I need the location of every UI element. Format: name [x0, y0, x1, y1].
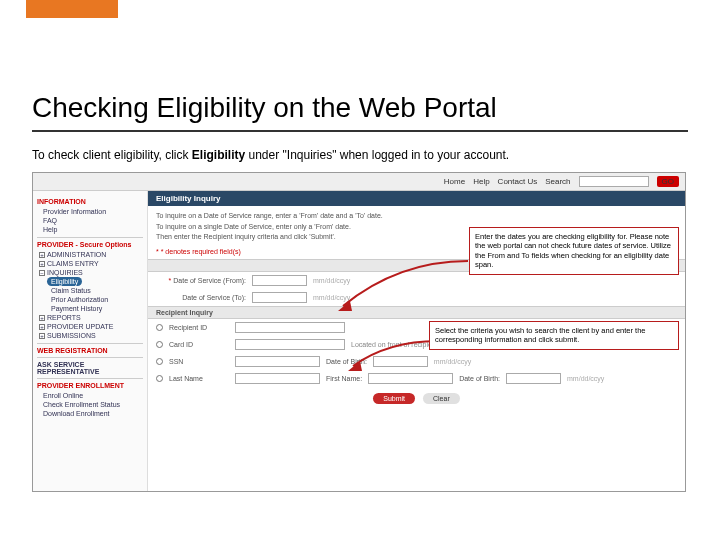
- tree-eligibility[interactable]: Eligibility: [37, 277, 143, 286]
- panel-title: Eligibility Inquiry: [148, 191, 685, 206]
- tree-claims[interactable]: +CLAIMS ENTRY: [37, 259, 143, 268]
- tree-admin[interactable]: +ADMINISTRATION: [37, 250, 143, 259]
- desc-pre: To check client eligibility, click: [32, 148, 192, 162]
- tree-claim-status[interactable]: Claim Status: [37, 286, 143, 295]
- nav-contact[interactable]: Contact Us: [498, 177, 538, 186]
- instr-line: To inquire on a Date of Service range, e…: [156, 211, 677, 222]
- button-row: Submit Clear: [148, 387, 685, 410]
- submit-button[interactable]: Submit: [373, 393, 415, 404]
- main-panel: Eligibility Inquiry To inquire on a Date…: [148, 191, 685, 491]
- radio-card-id[interactable]: [156, 341, 163, 348]
- firstname-input[interactable]: [368, 373, 453, 384]
- instruction-text: To check client eligibility, click Eligi…: [32, 148, 688, 162]
- dos-from-input[interactable]: [252, 275, 307, 286]
- sidebar-item[interactable]: Provider Information: [37, 207, 143, 216]
- desc-bold: Eligibility: [192, 148, 245, 162]
- sidebar-item[interactable]: Download Enrollment: [37, 409, 143, 418]
- nav-help[interactable]: Help: [473, 177, 489, 186]
- svg-marker-1: [348, 361, 362, 371]
- card-id-input[interactable]: [235, 339, 345, 350]
- accent-bar: [26, 0, 118, 18]
- dob-input2[interactable]: [506, 373, 561, 384]
- search-input[interactable]: [579, 176, 649, 187]
- lastname-input[interactable]: [235, 373, 320, 384]
- screenshot-embed: Home Help Contact Us Search GO INFORMATI…: [32, 172, 686, 492]
- nav-search-label: Search: [545, 177, 570, 186]
- radio-recipient-id[interactable]: [156, 324, 163, 331]
- clear-button[interactable]: Clear: [423, 393, 460, 404]
- callout-criteria: Select the criteria you wish to search t…: [429, 321, 679, 350]
- tree-reports[interactable]: +REPORTS: [37, 313, 143, 322]
- tree-submissions[interactable]: +SUBMISSIONS: [37, 331, 143, 340]
- arrow-icon: [338, 261, 468, 312]
- sidebar: INFORMATION Provider Information FAQ Hel…: [33, 191, 148, 491]
- placeholder-hint: mm/dd/ccyy: [567, 375, 604, 382]
- sidebar-item[interactable]: Check Enrollment Status: [37, 400, 143, 409]
- firstname-label: First Name:: [326, 375, 362, 382]
- row-lastname: Last Name First Name: Date of Birth: mm/…: [148, 370, 685, 387]
- dob-label2: Date of Birth:: [459, 375, 500, 382]
- tree-prior-auth[interactable]: Prior Authorization: [37, 295, 143, 304]
- sidebar-head-ask[interactable]: ASK SERVICE REPRESENTATIVE: [37, 361, 143, 375]
- sidebar-head-enroll: PROVIDER ENROLLMENT: [37, 382, 143, 389]
- ssn-input[interactable]: [235, 356, 320, 367]
- placeholder-hint: mm/dd/ccyy: [434, 358, 471, 365]
- callout-dates: Enter the dates you are checking eligibi…: [469, 227, 679, 275]
- radio-ssn[interactable]: [156, 358, 163, 365]
- recipient-id-input[interactable]: [235, 322, 345, 333]
- go-button[interactable]: GO: [657, 176, 679, 187]
- radio-lastname[interactable]: [156, 375, 163, 382]
- tree-provider-update[interactable]: +PROVIDER UPDATE: [37, 322, 143, 331]
- sidebar-item[interactable]: Enroll Online: [37, 391, 143, 400]
- sidebar-head-secure: PROVIDER - Secure Options: [37, 241, 143, 248]
- page-title: Checking Eligibility on the Web Portal: [32, 92, 688, 132]
- tree-payment-hist[interactable]: Payment History: [37, 304, 143, 313]
- sidebar-head-info: INFORMATION: [37, 198, 143, 205]
- desc-post: under "Inquiries" when logged in to your…: [245, 148, 509, 162]
- top-nav: Home Help Contact Us Search GO: [33, 173, 685, 191]
- sidebar-item[interactable]: FAQ: [37, 216, 143, 225]
- nav-home[interactable]: Home: [444, 177, 465, 186]
- sidebar-head-webreg: WEB REGISTRATION: [37, 347, 143, 354]
- dos-to-input[interactable]: [252, 292, 307, 303]
- sidebar-item[interactable]: Help: [37, 225, 143, 234]
- arrow-icon: [348, 341, 438, 372]
- svg-marker-0: [338, 301, 352, 311]
- tree-inquiries[interactable]: −INQUIRIES: [37, 268, 143, 277]
